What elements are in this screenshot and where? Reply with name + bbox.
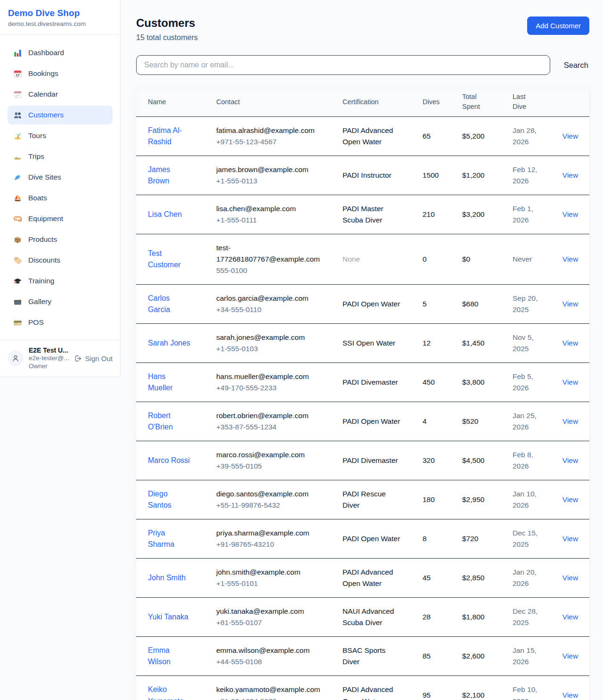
customer-name-link[interactable]: Robert O'Brien	[148, 412, 173, 431]
column-header-name: Name	[136, 87, 204, 117]
customer-email: diego.santos@example.com	[216, 488, 326, 500]
customer-phone: +1-555-0101	[216, 578, 326, 589]
sidebar-item-trips[interactable]: Trips	[8, 147, 113, 166]
sidebar-item-boats[interactable]: Boats	[8, 189, 113, 207]
customer-last-dive: Feb 1, 2026	[501, 195, 551, 234]
customer-name-link[interactable]: Lisa Chen	[148, 210, 182, 218]
customer-name-link[interactable]: Priya Sharma	[148, 529, 174, 548]
island-icon	[13, 132, 22, 140]
camera-icon	[13, 297, 22, 306]
sidebar-item-customers[interactable]: Customers	[8, 106, 113, 124]
table-row: Lisa Chen lisa.chen@example.com +1-555-0…	[136, 195, 589, 234]
sidebar-item-dive-sites[interactable]: Dive Sites	[8, 168, 113, 187]
customer-email: john.smith@example.com	[216, 567, 326, 578]
customer-dives: 8	[411, 519, 450, 559]
customer-name-link[interactable]: Fatima Al-Rashid	[148, 126, 182, 146]
table-header-row: Name Contact Certification Dives Total S…	[136, 87, 589, 117]
search-input[interactable]	[136, 55, 550, 75]
view-link[interactable]: View	[562, 456, 578, 464]
view-link[interactable]: View	[562, 171, 578, 179]
customer-name-link[interactable]: Sarah Jones	[148, 339, 190, 347]
customer-last-dive: Dec 28, 2025	[501, 598, 551, 637]
sidebar-item-discounts[interactable]: Discounts	[8, 251, 113, 270]
customer-dives: 320	[411, 441, 450, 480]
customer-name-link[interactable]: Marco Rossi	[148, 456, 190, 464]
customer-dives: 0	[411, 234, 450, 285]
customer-name-link[interactable]: Diego Santos	[148, 490, 171, 509]
customer-email: hans.mueller@example.com	[216, 371, 326, 382]
customer-certification: PADI Advanced Open Water	[331, 117, 411, 156]
customer-total-spent: $2,100	[450, 676, 501, 700]
view-link[interactable]: View	[562, 535, 578, 543]
table-row: Hans Mueller hans.mueller@example.com +4…	[136, 363, 589, 402]
view-link[interactable]: View	[562, 652, 578, 660]
table-row: Yuki Tanaka yuki.tanaka@example.com +81-…	[136, 598, 589, 637]
sidebar-item-products[interactable]: Products	[8, 230, 113, 249]
view-link[interactable]: View	[562, 691, 578, 699]
customer-email: carlos.garcia@example.com	[216, 293, 326, 304]
customer-certification: SSI Open Water	[331, 324, 411, 363]
column-header-actions	[551, 87, 589, 117]
view-link[interactable]: View	[562, 255, 578, 263]
customer-name-link[interactable]: Hans Mueller	[148, 372, 172, 392]
view-link[interactable]: View	[562, 132, 578, 140]
customer-phone: +44-555-0108	[216, 656, 326, 667]
sidebar-item-calendar[interactable]: Calendar	[8, 85, 113, 104]
table-row: James Brown james.brown@example.com +1-5…	[136, 156, 589, 195]
customer-certification: PADI Open Water	[331, 285, 411, 324]
customers-table-card: Name Contact Certification Dives Total S…	[136, 87, 589, 700]
customer-total-spent: $680	[450, 285, 501, 324]
customer-name-link[interactable]: Keiko Yamamoto	[148, 685, 184, 700]
customer-name-link[interactable]: Carlos Garcia	[148, 294, 170, 313]
sidebar-item-bookings[interactable]: 17 Bookings	[8, 64, 113, 83]
customer-certification: PADI Divemaster	[331, 441, 411, 480]
sidebar-item-tours[interactable]: Tours	[8, 126, 113, 145]
view-link[interactable]: View	[562, 495, 578, 503]
customer-total-spent: $5,200	[450, 117, 501, 156]
customer-certification: PADI Advanced Open Water	[331, 676, 411, 700]
customer-email: james.brown@example.com	[216, 164, 326, 175]
view-link[interactable]: View	[562, 210, 578, 218]
sidebar-item-equipment[interactable]: Equipment	[8, 209, 113, 228]
view-link[interactable]: View	[562, 417, 578, 425]
view-link[interactable]: View	[562, 339, 578, 347]
customer-dives: 450	[411, 363, 450, 402]
customer-total-spent: $720	[450, 519, 501, 559]
customer-total-spent: $2,950	[450, 480, 501, 519]
customer-total-spent: $2,850	[450, 559, 501, 598]
sidebar-item-gallery[interactable]: Gallery	[8, 292, 113, 311]
customer-certification: BSAC Sports Diver	[331, 637, 411, 676]
search-button[interactable]: Search	[563, 58, 589, 73]
view-link[interactable]: View	[562, 613, 578, 621]
customer-dives: 5	[411, 285, 450, 324]
sidebar-item-training[interactable]: Training	[8, 272, 113, 290]
shop-name: Demo Dive Shop	[8, 8, 112, 18]
table-row: Emma Wilson emma.wilson@example.com +44-…	[136, 637, 589, 676]
view-link[interactable]: View	[562, 378, 578, 386]
view-link[interactable]: View	[562, 300, 578, 308]
table-row: Fatima Al-Rashid fatima.alrashid@example…	[136, 117, 589, 156]
customer-dives: 45	[411, 559, 450, 598]
customer-name-link[interactable]: Yuki Tanaka	[148, 613, 188, 621]
customer-name-link[interactable]: Test Customer	[148, 249, 180, 269]
customer-dives: 28	[411, 598, 450, 637]
customer-name-link[interactable]: James Brown	[148, 165, 170, 185]
add-customer-button[interactable]: Add Customer	[527, 16, 589, 35]
customer-dives: 180	[411, 480, 450, 519]
customer-certification: PADI Advanced Open Water	[331, 559, 411, 598]
customer-total-spent: $3,800	[450, 363, 501, 402]
customer-name-link[interactable]: Emma Wilson	[148, 646, 171, 666]
customer-name-link[interactable]: John Smith	[148, 574, 186, 582]
sign-out-button[interactable]: Sign Out	[74, 354, 113, 362]
sidebar-item-dashboard[interactable]: Dashboard	[8, 43, 113, 62]
sidebar-item-pos[interactable]: POS	[8, 313, 113, 332]
customer-certification: NAUI Advanced Scuba Diver	[331, 598, 411, 637]
customer-last-dive: Nov 5, 2025	[501, 324, 551, 363]
view-link[interactable]: View	[562, 574, 578, 582]
page-title: Customers	[136, 16, 198, 30]
customer-last-dive: Sep 20, 2025	[501, 285, 551, 324]
customer-phone: +1-555-0113	[216, 175, 326, 187]
customer-email: fatima.alrashid@example.com	[216, 125, 326, 136]
customer-last-dive: Jan 15, 2026	[501, 637, 551, 676]
customer-last-dive: Feb 10, 2026	[501, 676, 551, 700]
